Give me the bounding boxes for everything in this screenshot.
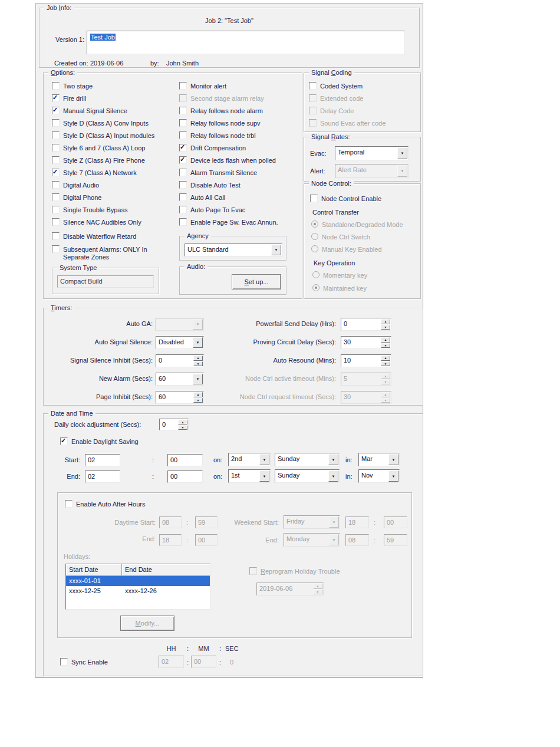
spin-up-icon[interactable]: ▲ [381, 356, 390, 361]
holidays-table[interactable]: Start Date End Date xxxx-01-01 xxxx-12-2… [65, 564, 210, 610]
checkbox[interactable] [52, 82, 60, 90]
spin-up-icon[interactable]: ▲ [193, 392, 203, 397]
option-node-control-enable[interactable]: Node Control Enable [310, 195, 381, 203]
chevron-down-icon[interactable]: ▼ [259, 454, 269, 465]
chevron-down-icon[interactable]: ▼ [397, 147, 407, 159]
checkbox[interactable] [179, 107, 187, 114]
dst-start-day-dropdown[interactable]: Sunday▼ [275, 453, 340, 466]
spin-down-icon[interactable]: ▼ [178, 425, 187, 430]
option-two-stage[interactable]: Two stage [52, 82, 93, 90]
checkbox[interactable] [52, 119, 60, 127]
checkbox[interactable] [309, 82, 317, 90]
dst-start-week-dropdown[interactable]: 2nd▼ [228, 453, 271, 466]
option-digital-phone[interactable]: Digital Phone [52, 193, 101, 202]
spin-up-icon[interactable]: ▲ [381, 337, 390, 343]
chevron-down-icon[interactable]: ▼ [388, 454, 398, 465]
spin-down-icon[interactable]: ▼ [381, 343, 390, 348]
dst-start-month-dropdown[interactable]: Mar▼ [358, 453, 400, 466]
option-drift-compensation[interactable]: Drift Compensation [179, 144, 246, 152]
option-fire-drill[interactable]: Fire drill [52, 94, 86, 103]
checkbox[interactable] [52, 107, 60, 114]
checkbox[interactable] [179, 82, 187, 90]
checkbox[interactable] [52, 245, 60, 253]
evac-dropdown[interactable]: Temporal ▼ [335, 146, 409, 160]
checkbox[interactable] [179, 206, 187, 213]
option-subsequent-alarms[interactable]: Subsequent Alarms: ONLY In Separate Zone… [52, 245, 158, 261]
checkbox[interactable] [52, 181, 60, 189]
signal-silence-inhibit-spinner[interactable]: 0▲▼ [156, 354, 204, 367]
checkbox[interactable] [179, 131, 187, 139]
dst-end-week-dropdown[interactable]: 1st▼ [228, 469, 271, 483]
chevron-down-icon[interactable]: ▼ [388, 470, 398, 482]
page-inhibit-spinner[interactable]: 60▲▼ [156, 391, 204, 404]
chevron-down-icon[interactable]: ▼ [271, 245, 281, 255]
checkbox[interactable] [179, 218, 187, 226]
chevron-down-icon[interactable]: ▼ [259, 470, 269, 482]
checkbox[interactable] [179, 144, 187, 152]
option-relay-follows-node-alarm[interactable]: Relay follows node alarm [179, 107, 263, 115]
version-input[interactable]: Test Job [87, 31, 405, 54]
option-enable-auto-after-hours[interactable]: Enable Auto After Hours [65, 500, 145, 508]
option-device-leds-flash[interactable]: Device leds flash when polled [179, 156, 276, 164]
checkbox[interactable] [310, 195, 318, 202]
option-manual-signal-silence[interactable]: Manual Signal Silence [52, 107, 127, 115]
option-monitor-alert[interactable]: Monitor alert [179, 82, 226, 90]
spin-up-icon[interactable]: ▲ [381, 319, 390, 324]
option-enable-page-sw-evac[interactable]: Enable Page Sw. Evac Annun. [179, 218, 278, 226]
agency-dropdown[interactable]: ULC Standard ▼ [185, 243, 282, 256]
option-auto-all-call[interactable]: Auto All Call [179, 193, 225, 202]
chevron-down-icon[interactable]: ▼ [193, 374, 203, 384]
option-style-d-conv-inputs[interactable]: Style D (Class A) Conv Inputs [52, 119, 149, 127]
column-header-end-date[interactable]: End Date [122, 564, 210, 576]
chevron-down-icon[interactable]: ▼ [328, 454, 338, 465]
option-relay-follows-node-trbl[interactable]: Relay follows node trbl [179, 131, 256, 140]
option-disable-auto-test[interactable]: Disable Auto Test [179, 181, 241, 189]
checkbox[interactable] [52, 232, 60, 240]
option-disable-waterflow-retard[interactable]: Disable Waterflow Retard [52, 232, 136, 241]
option-style-d-input-modules[interactable]: Style D (Class A) Input modules [52, 131, 154, 140]
auto-signal-silence-dropdown[interactable]: Disabled▼ [156, 336, 204, 349]
chevron-down-icon[interactable]: ▼ [328, 470, 338, 482]
new-alarm-dropdown[interactable]: 60▼ [156, 373, 204, 386]
checkbox[interactable] [179, 169, 187, 176]
checkbox[interactable] [179, 193, 187, 201]
checkbox[interactable] [52, 169, 60, 176]
spin-up-icon[interactable]: ▲ [178, 420, 187, 424]
checkbox[interactable] [179, 156, 187, 164]
checkbox[interactable] [52, 94, 60, 102]
spin-down-icon[interactable]: ▼ [381, 325, 390, 330]
dst-end-minute-field[interactable]: 00 [167, 470, 203, 483]
checkbox[interactable] [52, 131, 60, 139]
dst-start-minute-field[interactable]: 00 [167, 454, 203, 466]
dst-end-month-dropdown[interactable]: Nov▼ [358, 469, 400, 483]
dst-end-hour-field[interactable]: 02 [85, 470, 120, 483]
audio-setup-button[interactable]: Set up... [232, 274, 281, 289]
spin-down-icon[interactable]: ▼ [193, 398, 203, 403]
option-enable-daylight-saving[interactable]: Enable Daylight Saving [60, 437, 139, 446]
spin-up-icon[interactable]: ▲ [193, 356, 203, 361]
checkbox[interactable] [60, 658, 68, 666]
chevron-down-icon[interactable]: ▼ [193, 337, 203, 348]
option-single-trouble-bypass[interactable]: Single Trouble Bypass [52, 206, 127, 214]
checkbox[interactable] [52, 206, 60, 213]
option-style-z-fire-phone[interactable]: Style Z (Class A) Fire Phone [52, 156, 145, 164]
checkbox[interactable] [52, 218, 60, 226]
checkbox[interactable] [179, 119, 187, 127]
checkbox[interactable] [52, 156, 60, 164]
checkbox[interactable] [179, 181, 187, 189]
checkbox[interactable] [52, 144, 60, 152]
spin-down-icon[interactable]: ▼ [381, 361, 390, 367]
powerfail-send-delay-spinner[interactable]: 0▲▼ [341, 318, 391, 331]
column-header-start-date[interactable]: Start Date [66, 564, 122, 576]
checkbox[interactable] [52, 193, 60, 201]
option-auto-page-to-evac[interactable]: Auto Page To Evac [179, 206, 245, 214]
spin-down-icon[interactable]: ▼ [193, 361, 203, 367]
auto-resound-spinner[interactable]: 10▲▼ [341, 354, 391, 367]
checkbox[interactable] [65, 500, 73, 508]
dst-end-day-dropdown[interactable]: Sunday▼ [275, 469, 340, 483]
daily-clock-adjustment-spinner[interactable]: 0▲▼ [159, 419, 189, 430]
proving-circuit-delay-spinner[interactable]: 30▲▼ [341, 336, 391, 349]
option-style-6-7-loop[interactable]: Style 6 and 7 (Class A) Loop [52, 144, 145, 152]
option-digital-audio[interactable]: Digital Audio [52, 181, 99, 189]
option-silence-nac-audibles[interactable]: Silence NAC Audibles Only [52, 218, 141, 226]
